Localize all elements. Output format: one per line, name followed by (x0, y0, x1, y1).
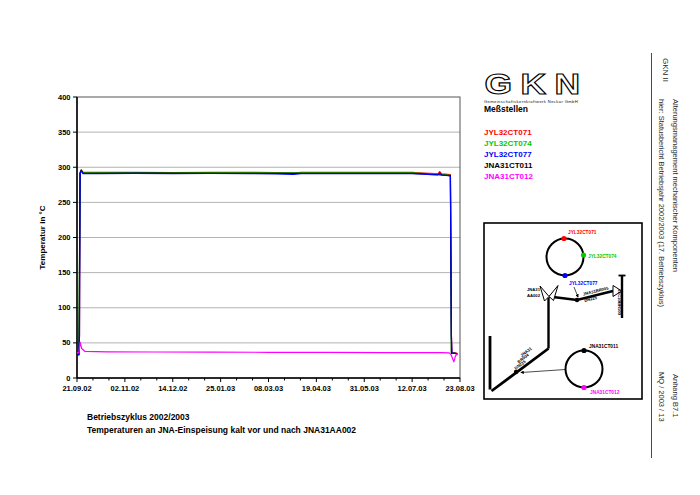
x-tick-label: 25.01.03 (206, 384, 235, 393)
legend-item: JYL32CT077 (484, 149, 533, 160)
series-line-JYL32CT071 (77, 170, 457, 355)
margin-plant-name: GKN II (661, 58, 670, 82)
legend-item: JNA31CT012 (484, 171, 533, 182)
report-page: 05010015020025030035040021.09.0202.11.02… (0, 0, 700, 495)
temperature-trend-chart: 05010015020025030035040021.09.0202.11.02… (30, 85, 475, 405)
y-tick-label: 200 (58, 233, 71, 242)
series-line-JNA31CT011 (77, 171, 457, 355)
x-tick-label: 31.05.03 (350, 384, 379, 393)
pipe-label: JEC30BR500 (617, 289, 622, 316)
legend-item: JNA31CT011 (484, 160, 533, 171)
sensor-dot-JYL32CT077 (562, 273, 567, 278)
y-tick-label: 50 (62, 338, 70, 347)
sensor-label: JYL32CT074 (588, 254, 617, 259)
caption-cycle: Betriebszyklus 2002/2003 (87, 412, 190, 422)
legend-panel: Meßstellen JYL32CT071JYL32CT074JYL32CT07… (484, 104, 533, 182)
y-tick-label: 0 (66, 374, 70, 383)
x-tick-label: 21.09.02 (62, 384, 91, 393)
y-tick-label: 100 (58, 303, 71, 312)
legend-title: Meßstellen (484, 104, 533, 114)
y-tick-label: 350 (58, 128, 71, 137)
caption-description: Temperaturen an JNA-Einspeisung kalt vor… (87, 425, 356, 435)
pipe-junction-dot (575, 298, 579, 302)
y-tick-label: 150 (58, 268, 71, 277)
pipe-label: AA002 (527, 293, 541, 298)
gkn-logo: GKN Gemeinschaftskernkraftwerk Neckar Gm… (482, 68, 617, 106)
sensor-dot-JYL32CT074 (581, 252, 586, 257)
sensor-label: JYL32CT071 (568, 230, 597, 235)
margin-rule (651, 53, 652, 458)
legend-items: JYL32CT071JYL32CT074JYL32CT077JNA31CT011… (484, 127, 533, 182)
x-tick-label: 08.03.03 (254, 384, 283, 393)
series-line-JYL32CT074 (77, 170, 457, 354)
series-line-JNA31CT012 (77, 342, 458, 362)
series-line-JYL32CT077 (77, 171, 457, 355)
gkn-logo-text: GKN (484, 68, 588, 100)
margin-title-line1: Alterungsmanagement mechanischer Kompone… (671, 99, 680, 272)
pipe-label: JNA31 (527, 287, 541, 292)
y-axis-title: Temperatur in °C (38, 205, 47, 269)
margin-doc-ref: MQ / 2003 / 13 (657, 372, 666, 422)
legend-item: JYL32CT071 (484, 127, 533, 138)
sensor-dot-JYL32CT071 (561, 236, 566, 241)
y-tick-label: 400 (58, 93, 71, 102)
x-tick-label: 12.07.03 (398, 384, 427, 393)
x-tick-label: 02.11.02 (110, 384, 139, 393)
piping-schematic: JYL32CT071JYL32CT074JYL32CT077JNA31CT011… (483, 222, 643, 400)
x-tick-label: 23.08.03 (445, 384, 474, 393)
legend-item: JYL32CT074 (484, 138, 533, 149)
gkn-logo-subtitle: Gemeinschaftskernkraftwerk Neckar GmbH (484, 99, 578, 104)
y-tick-label: 300 (58, 163, 71, 172)
x-tick-label: 14.12.02 (158, 384, 187, 393)
sensor-label: JYL32CT077 (569, 281, 598, 286)
sensor-label: JNA31CT011 (589, 344, 618, 349)
sensor-dot-JNA31CT011 (581, 348, 586, 353)
sensor-label: JNA31CT012 (590, 390, 620, 395)
y-tick-label: 250 (58, 198, 71, 207)
margin-title-line2: hier: Statusbericht Betriebsjahr 2002/20… (657, 99, 666, 307)
x-tick-label: 19.04.03 (302, 384, 331, 393)
margin-annex-ref: Anhang B7.1 (671, 374, 680, 417)
sensor-dot-JNA31CT012 (581, 385, 586, 390)
